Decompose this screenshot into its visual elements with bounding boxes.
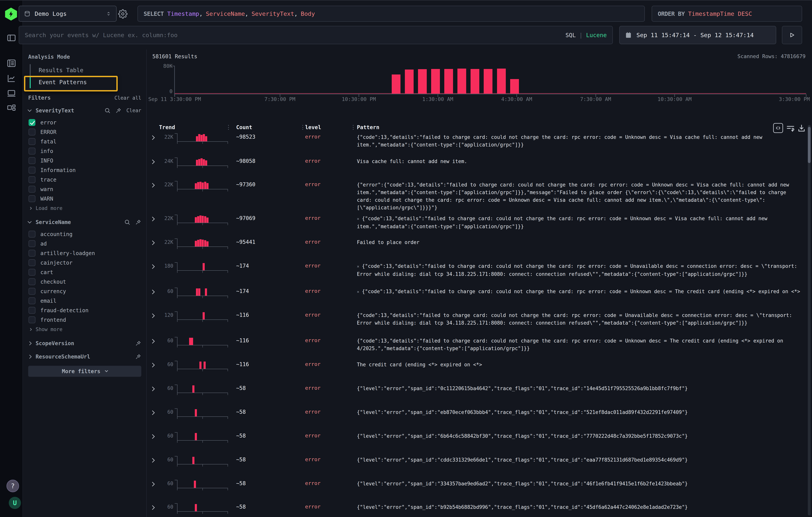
search-icon[interactable] <box>104 108 111 114</box>
pattern-row[interactable]: 60~58error{"level":"error","span_id":"eb… <box>147 407 812 431</box>
filter-group-header[interactable]: SeverityTextClear <box>28 106 141 115</box>
pattern-row[interactable]: 60~58error{"level":"error","span_id":"cd… <box>147 455 812 479</box>
checkbox[interactable] <box>29 297 35 304</box>
filter-group-header[interactable]: ServiceName <box>28 218 141 226</box>
filter-option-cart[interactable]: cart <box>28 267 141 277</box>
show-more-button[interactable]: Show more <box>28 325 141 334</box>
pattern-row[interactable]: 60~58error{"level":"error","span_id":"33… <box>147 479 812 502</box>
panel-toggle-icon[interactable] <box>6 33 17 43</box>
pattern-text[interactable]: Failed to place order <box>357 238 801 246</box>
column-resize-handle[interactable]: ⋮ <box>350 124 356 131</box>
analysis-mode-option-event-patterns[interactable]: Event Patterns <box>30 76 141 88</box>
filter-group-header[interactable]: ScopeVersion <box>28 339 141 347</box>
pattern-text[interactable]: ×{"code":13,"details":"failed to charge … <box>357 288 801 296</box>
filter-option-trace[interactable]: trace <box>28 175 141 184</box>
load-more-button[interactable]: Load more <box>28 203 141 213</box>
checkbox[interactable] <box>29 157 35 164</box>
checkbox[interactable] <box>29 259 35 266</box>
filter-option-INFO[interactable]: INFO <box>28 156 141 165</box>
settings-gear-icon[interactable] <box>118 9 127 19</box>
column-header-pattern[interactable]: Pattern <box>357 124 379 131</box>
pattern-text[interactable]: {"level":"error","span_id":"334357bae9ed… <box>357 480 801 487</box>
pattern-text[interactable]: {"level":"error","span_id":"6b64c6c58842… <box>357 432 801 440</box>
results-histogram[interactable] <box>175 66 806 94</box>
dashboards-icon[interactable] <box>6 103 17 113</box>
pattern-text[interactable]: The credit card (ending <*> expired on <… <box>357 361 801 368</box>
histogram-bar[interactable] <box>470 69 479 94</box>
order-by-editor[interactable]: ORDER BY TimestampTime DESC <box>651 6 802 22</box>
pattern-text[interactable]: {"level":"error","span_id":"cddc331329e6… <box>357 456 801 464</box>
wrap-text-button[interactable] <box>786 124 795 133</box>
analysis-mode-option-results-table[interactable]: Results Table <box>30 64 141 76</box>
filter-group-header[interactable]: ResourceSchemaUrl <box>28 352 141 361</box>
date-range-picker[interactable]: Sep 11 15:47:14 - Sep 12 15:47:14 <box>619 26 776 44</box>
filter-option-warn[interactable]: warn <box>28 184 141 194</box>
column-header-count[interactable]: Count <box>236 124 252 131</box>
checkbox-checked[interactable] <box>29 119 35 126</box>
filter-option-currency[interactable]: currency <box>28 287 141 296</box>
histogram-bar[interactable] <box>405 69 414 94</box>
pattern-text[interactable]: {"error":{"code":13,"details":"failed to… <box>357 181 801 211</box>
language-lucene-toggle[interactable]: Lucene <box>586 32 607 38</box>
checkbox[interactable] <box>29 250 35 257</box>
filter-option-cainjector[interactable]: cainjector <box>28 258 141 267</box>
pattern-text[interactable]: {"code":13,"details":"failed to charge c… <box>357 337 801 352</box>
filter-option-WARN[interactable]: WARN <box>28 194 141 203</box>
select-clause-editor[interactable]: SELECT Timestamp, ServiceName, SeverityT… <box>138 6 645 22</box>
filter-option-fraud-detection[interactable]: fraud-detection <box>28 306 141 315</box>
pattern-row[interactable]: 60~58error{"level":"error","span_id":"0c… <box>147 383 812 407</box>
filter-group-clear-button[interactable]: Clear <box>126 108 141 113</box>
checkbox[interactable] <box>29 231 35 237</box>
column-resize-handle[interactable]: ⋮ <box>300 124 305 131</box>
pin-icon[interactable] <box>135 219 141 225</box>
code-view-button[interactable] <box>773 123 783 133</box>
pattern-row[interactable]: 60~58error{"level":"error","span_id":"6b… <box>147 431 812 455</box>
pin-icon[interactable] <box>115 108 121 114</box>
log-search-icon[interactable] <box>6 58 17 68</box>
pattern-row[interactable]: 60~174error×{"code":13,"details":"failed… <box>147 287 812 310</box>
filter-option-accounting[interactable]: accounting <box>28 229 141 239</box>
column-header-trend[interactable]: Trend <box>159 124 175 131</box>
checkbox[interactable] <box>29 240 35 247</box>
app-logo-icon[interactable] <box>5 8 18 21</box>
checkbox[interactable] <box>29 186 35 193</box>
filter-option-info[interactable]: info <box>28 146 141 156</box>
histogram-bar[interactable] <box>484 69 492 94</box>
pattern-text[interactable]: ×{"code":13,"details":"failed to charge … <box>357 262 801 278</box>
download-button[interactable] <box>797 124 806 133</box>
pattern-row[interactable]: 22K~95441errorFailed to place order <box>147 237 812 261</box>
filter-option-Information[interactable]: Information <box>28 165 141 175</box>
pin-icon[interactable] <box>135 340 141 346</box>
filter-option-ad[interactable]: ad <box>28 239 141 249</box>
column-header-level[interactable]: level <box>305 124 321 131</box>
histogram-bar[interactable] <box>418 69 427 94</box>
pattern-row[interactable]: 22K~98523error{"code":13,"details":"fail… <box>147 132 812 156</box>
checkbox[interactable] <box>29 128 35 136</box>
column-resize-handle[interactable]: ⋮ <box>226 124 231 131</box>
pattern-text[interactable]: {"code":13,"details":"failed to charge c… <box>357 312 801 327</box>
pattern-text[interactable]: Visa cache full: cannot add new item. <box>357 157 801 165</box>
filter-option-fatal[interactable]: fatal <box>28 137 141 146</box>
more-filters-button[interactable]: More filters <box>28 366 141 377</box>
source-selector[interactable]: Demo Logs <box>19 6 117 22</box>
filter-option-email[interactable]: email <box>28 296 141 306</box>
run-query-button[interactable] <box>782 26 802 44</box>
filter-option-artillery-loadgen[interactable]: artillery-loadgen <box>28 249 141 258</box>
filter-option-error[interactable]: error <box>28 118 141 127</box>
histogram-bar[interactable] <box>510 79 519 94</box>
pattern-row[interactable]: 180~174error×{"code":13,"details":"faile… <box>147 261 812 287</box>
language-sql-toggle[interactable]: SQL <box>566 32 576 38</box>
pattern-row[interactable]: 24K~98058errorVisa cache full: cannot ad… <box>147 156 812 180</box>
pattern-row[interactable]: 120~116error{"code":13,"details":"failed… <box>147 310 812 336</box>
search-input[interactable] <box>25 32 566 38</box>
checkbox[interactable] <box>29 288 35 295</box>
search-icon[interactable] <box>124 219 130 225</box>
pattern-row[interactable]: 60~116error{"code":13,"details":"failed … <box>147 336 812 360</box>
pattern-row[interactable]: 60~58error{"level":"error","span_id":"b9… <box>147 502 812 517</box>
pattern-text[interactable]: {"level":"error","span_id":"b92b54b6882b… <box>357 503 801 511</box>
filter-option-frontend[interactable]: frontend <box>28 315 141 325</box>
histogram-bar[interactable] <box>444 69 453 94</box>
histogram-bar[interactable] <box>457 68 466 94</box>
checkbox[interactable] <box>29 307 35 314</box>
pattern-row[interactable]: 22K~97069error×{"code":13,"details":"fai… <box>147 213 812 237</box>
